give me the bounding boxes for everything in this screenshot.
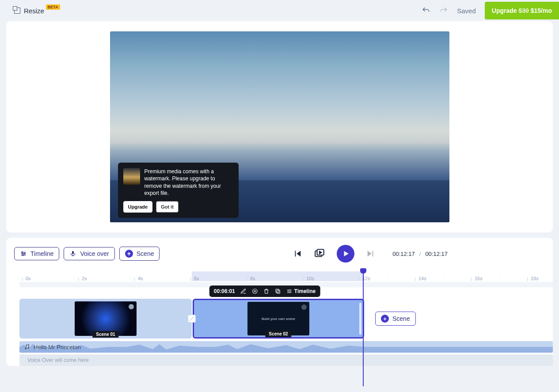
playhead[interactable]: [363, 271, 364, 386]
timeline-panel: Timeline Voice over + Scene 00:12:17 / 0…: [6, 238, 553, 366]
svg-point-9: [25, 348, 26, 349]
add-scene-button[interactable]: + Scene: [375, 312, 416, 326]
timeline-button[interactable]: Timeline: [14, 247, 59, 260]
ruler-tick: 8s: [247, 276, 255, 281]
scene-2-thumb-text: Build your own scene: [262, 317, 295, 321]
beta-badge: BETA: [46, 4, 60, 10]
ruler-selection: [192, 271, 364, 281]
svg-point-2: [22, 255, 23, 256]
skip-end-button[interactable]: [366, 249, 376, 259]
resize-icon: [14, 8, 20, 14]
scene-badge-icon: [129, 304, 134, 309]
resize-label: Resize: [24, 7, 44, 15]
svg-rect-7: [277, 290, 280, 293]
scene-block-1[interactable]: Scene 01: [19, 299, 192, 339]
video-preview[interactable]: Premium media comes with a watermark. Pl…: [110, 31, 449, 222]
replace-icon[interactable]: [252, 288, 258, 294]
svg-rect-8: [276, 289, 279, 292]
undo-button[interactable]: [422, 6, 430, 15]
scene-block-2[interactable]: Build your own scene Scene 02: [193, 299, 364, 339]
play-current-scene-button[interactable]: [314, 248, 325, 259]
redo-button[interactable]: [439, 6, 448, 15]
transition-button[interactable]: [188, 315, 196, 323]
tooltip-gotit-button[interactable]: Got it: [156, 201, 179, 213]
music-note-icon: [24, 344, 30, 350]
svg-point-0: [22, 251, 23, 253]
scene-badge-icon: [301, 304, 307, 310]
audio-track-label: Hello Mr Princeton: [34, 344, 81, 350]
svg-point-1: [24, 253, 25, 255]
scene-2-label: Scene 02: [265, 331, 291, 337]
tooltip-thumb: [123, 168, 140, 185]
edit-duration-icon[interactable]: [240, 288, 247, 294]
scene-1-label: Scene 01: [92, 331, 118, 338]
ruler-tick: 0s: [22, 276, 31, 281]
voiceover-placeholder: Voice Over will come here: [27, 357, 89, 363]
ruler-tick: 18s: [527, 276, 539, 281]
tooltip-upgrade-button[interactable]: Upgrade: [123, 201, 153, 213]
save-status: Saved: [457, 7, 476, 15]
scene-context-toolbar: 00:06:01 Timeline: [209, 285, 320, 297]
ruler-tick: 2s: [78, 276, 87, 281]
time-separator: /: [419, 251, 421, 257]
svg-rect-3: [72, 251, 74, 254]
skip-start-button[interactable]: [293, 249, 302, 259]
upgrade-button[interactable]: Upgrade $30 $15/mo: [485, 2, 559, 19]
total-time: 00:12:17: [425, 251, 448, 257]
ruler-tick: 6s: [190, 276, 199, 281]
play-button[interactable]: [337, 245, 354, 263]
ruler-tick: 10s: [303, 276, 314, 281]
waveform: [19, 341, 553, 353]
scene-duration: 00:06:01: [214, 288, 235, 294]
current-time: 00:12:17: [392, 251, 415, 257]
ruler-tick: 16s: [471, 276, 483, 281]
scene-resize-handle[interactable]: [359, 303, 361, 335]
add-scene-top-button[interactable]: + Scene: [119, 247, 160, 261]
duplicate-icon[interactable]: [275, 288, 281, 294]
voiceover-track[interactable]: Voice Over will come here: [19, 354, 553, 366]
audio-track[interactable]: Hello Mr Princeton: [19, 341, 553, 353]
tooltip-text: Premium media comes with a watermark. Pl…: [145, 168, 233, 197]
watermark-tooltip: Premium media comes with a watermark. Pl…: [118, 163, 239, 218]
plus-icon: +: [381, 315, 389, 323]
preview-panel: Premium media comes with a watermark. Pl…: [6, 21, 553, 232]
plus-icon: +: [125, 250, 133, 258]
scene-track[interactable]: Scene 01 Build your own scene Scene 02 +…: [19, 299, 553, 339]
svg-point-10: [28, 347, 29, 348]
resize-button[interactable]: Resize BETA: [14, 7, 60, 15]
ruler-tick: 14s: [415, 276, 426, 281]
ruler-tick: 4s: [134, 276, 143, 281]
ruler-tick: 12s: [359, 276, 370, 281]
delete-icon[interactable]: [263, 288, 270, 294]
time-ruler[interactable]: 0s2s4s6s8s10s12s14s16s18s: [6, 271, 553, 281]
voiceover-button[interactable]: Voice over: [64, 247, 114, 260]
scene-timeline-button[interactable]: Timeline: [286, 288, 316, 294]
